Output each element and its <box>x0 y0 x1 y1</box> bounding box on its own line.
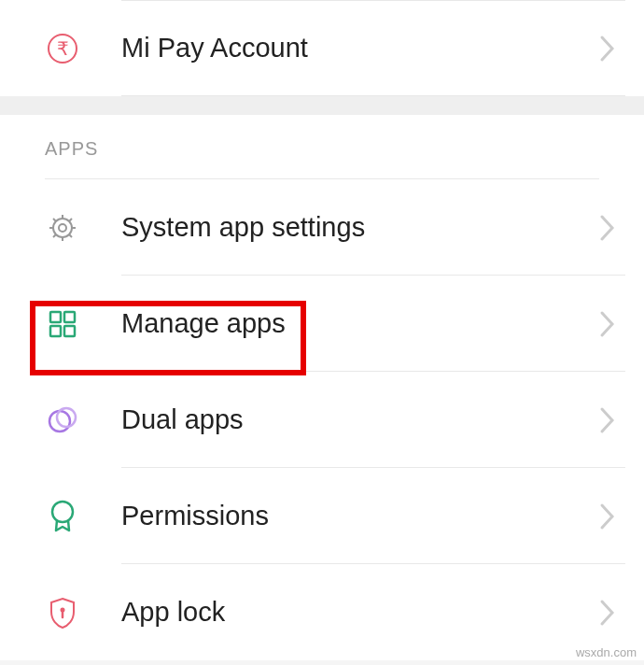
gear-icon <box>45 210 80 246</box>
grid-icon <box>45 306 80 342</box>
watermark: wsxdn.com <box>576 645 637 659</box>
permissions-label: Permissions <box>121 501 599 531</box>
app-lock-label: App lock <box>121 597 599 628</box>
dual-apps-item[interactable]: Dual apps <box>0 372 644 468</box>
svg-text:₹: ₹ <box>57 38 69 59</box>
svg-line-8 <box>53 219 56 221</box>
mi-pay-account-item[interactable]: ₹ Mi Pay Account <box>0 0 644 96</box>
mi-pay-label: Mi Pay Account <box>121 33 599 64</box>
rupee-icon: ₹ <box>45 31 80 66</box>
svg-line-11 <box>69 219 72 221</box>
system-app-settings-label: System app settings <box>121 212 599 243</box>
svg-rect-12 <box>50 312 61 322</box>
permissions-item[interactable]: Permissions <box>0 468 644 564</box>
badge-icon <box>45 499 80 534</box>
svg-rect-15 <box>64 326 75 336</box>
chevron-right-icon <box>599 310 616 338</box>
manage-apps-item[interactable]: Manage apps <box>0 276 644 372</box>
chevron-right-icon <box>599 214 616 242</box>
dual-apps-label: Dual apps <box>121 404 599 435</box>
accounts-section: ₹ Mi Pay Account <box>0 0 644 96</box>
section-gap <box>0 96 644 115</box>
manage-apps-label: Manage apps <box>121 308 599 339</box>
chevron-right-icon <box>599 599 616 627</box>
chevron-right-icon <box>599 406 616 434</box>
app-lock-item[interactable]: App lock <box>0 564 644 660</box>
section-header-text: APPS <box>45 138 599 179</box>
chevron-right-icon <box>599 35 616 63</box>
shield-icon <box>45 595 80 630</box>
svg-point-3 <box>59 224 66 232</box>
apps-section: APPS System app settings <box>0 115 644 660</box>
svg-rect-13 <box>64 312 75 322</box>
svg-point-18 <box>52 502 73 522</box>
chevron-right-icon <box>599 502 616 531</box>
divider <box>121 95 625 96</box>
svg-point-17 <box>57 408 76 427</box>
dual-icon <box>45 403 80 438</box>
system-app-settings-item[interactable]: System app settings <box>0 179 644 276</box>
section-header: APPS <box>0 115 644 179</box>
svg-line-9 <box>69 234 72 237</box>
svg-point-16 <box>49 411 70 432</box>
svg-rect-14 <box>50 326 61 336</box>
svg-line-10 <box>53 234 56 237</box>
